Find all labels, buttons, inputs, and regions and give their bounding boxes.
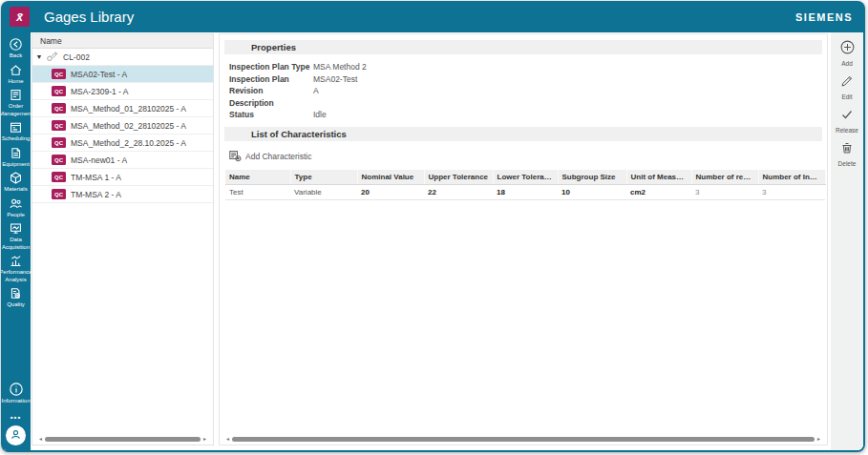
delete-button[interactable]: Delete bbox=[838, 140, 857, 167]
expand-arrow-icon[interactable]: ▼ bbox=[32, 53, 46, 60]
sidebar-overflow-button[interactable]: ••• bbox=[11, 413, 21, 422]
column-header-number-of-inspectors[interactable]: Number of Inspectors bbox=[758, 170, 825, 185]
cell-type: Variable bbox=[290, 184, 357, 199]
property-row: Status Idle bbox=[229, 109, 827, 121]
tree-item[interactable]: QC MSA-new01 - A bbox=[32, 152, 213, 169]
add-characteristic-label: Add Characteristic bbox=[245, 152, 311, 161]
siemens-logo: SIEMENS bbox=[795, 11, 853, 23]
sidebar-item-data-acquisition[interactable]: Data Acquisition bbox=[1, 221, 31, 251]
sidebar-item-label: Materials bbox=[4, 186, 27, 194]
properties-list: Inspection Plan Type MSA Method 2 Inspec… bbox=[229, 61, 827, 121]
cell-unit-of-measure: cm2 bbox=[626, 184, 691, 199]
tree-item-label: MSA02-Test - A bbox=[71, 70, 127, 79]
add-button-label: Add bbox=[841, 60, 853, 67]
details-horizontal-scrollbar[interactable]: ◄ ► bbox=[225, 436, 821, 442]
property-label: Inspection Plan bbox=[229, 74, 313, 84]
title-bar: x̄ Gages Library SIEMENS bbox=[1, 1, 865, 32]
column-header-number-of-repetitions[interactable]: Number of repetiti... bbox=[691, 170, 758, 185]
app-window: x̄ Gages Library SIEMENS Back Home Order… bbox=[1, 1, 865, 452]
xbar-app-icon: x̄ bbox=[10, 7, 30, 27]
tree-item[interactable]: QC MSA-2309-1 - A bbox=[32, 83, 213, 100]
sidebar-item-performance-analysis[interactable]: Performance Analysis bbox=[1, 254, 31, 283]
column-header-subgroup-size[interactable]: Subgroup Size bbox=[558, 170, 626, 185]
cell-upper-tolerance: 22 bbox=[424, 184, 493, 199]
tree-item-label: MSA_Method_2_28.10.2025 - A bbox=[71, 138, 186, 148]
property-row: Description bbox=[229, 97, 827, 110]
edit-button[interactable]: Edit bbox=[839, 73, 855, 100]
column-header-name[interactable]: Name bbox=[225, 170, 290, 185]
properties-section-header: Properties bbox=[224, 40, 822, 54]
edit-pencil-icon bbox=[839, 73, 855, 93]
sidebar-item-information[interactable]: Information bbox=[1, 382, 31, 405]
release-button-label: Release bbox=[836, 127, 858, 134]
gages-tree-panel: Name ▼ CL-002 QC MSA02-Test - A QC MSA-2… bbox=[32, 33, 214, 445]
tree-root-row[interactable]: ▼ CL-002 bbox=[32, 49, 213, 66]
property-row: Inspection Plan Type MSA Method 2 bbox=[229, 61, 827, 73]
sidebar-item-equipment[interactable]: Equipment bbox=[1, 146, 31, 169]
gauge-icon bbox=[46, 50, 58, 64]
scroll-right-icon[interactable]: ► bbox=[202, 437, 207, 442]
add-characteristic-icon bbox=[228, 149, 245, 164]
tree-root-label: CL-002 bbox=[63, 52, 90, 62]
property-label: Inspection Plan Type bbox=[229, 62, 313, 72]
property-value: MSA02-Test bbox=[313, 74, 357, 84]
column-header-upper-tolerance[interactable]: Upper Tolerance bbox=[424, 170, 493, 185]
characteristics-section-header: List of Characteristics bbox=[224, 127, 822, 141]
order-management-icon bbox=[9, 88, 23, 102]
action-toolbar: Add Edit Release Delete bbox=[831, 32, 863, 450]
column-header-type[interactable]: Type bbox=[290, 170, 357, 185]
information-icon bbox=[9, 382, 24, 397]
tree-item[interactable]: QC MSA_Method_01_28102025 - A bbox=[32, 100, 213, 117]
tree-item[interactable]: QC MSA_Method_02_28102025 - A bbox=[32, 117, 213, 134]
tree-item-label: MSA-new01 - A bbox=[71, 155, 127, 165]
tree-item[interactable]: QC MSA_Method_2_28.10.2025 - A bbox=[32, 134, 213, 152]
column-header-lower-tolerance[interactable]: Lower Tolerance bbox=[493, 170, 558, 185]
sidebar-item-quality[interactable]: Quality bbox=[1, 286, 31, 309]
column-header-unit-of-measure[interactable]: Unit of Measure bbox=[626, 170, 691, 185]
tree-item[interactable]: QC MSA02-Test - A bbox=[32, 66, 213, 83]
sidebar-item-materials[interactable]: Materials bbox=[1, 171, 31, 194]
sidebar-item-people[interactable]: People bbox=[1, 196, 31, 219]
cell-number-of-repetitions: 3 bbox=[691, 184, 758, 199]
scrollbar-thumb[interactable] bbox=[45, 437, 201, 442]
column-header-nominal-value[interactable]: Nominal Value bbox=[357, 170, 424, 185]
release-button[interactable]: Release bbox=[836, 107, 858, 134]
add-characteristic-button[interactable]: Add Characteristic bbox=[228, 149, 827, 164]
cell-number-of-inspectors: 3 bbox=[758, 184, 825, 199]
sidebar-item-back[interactable]: Back bbox=[1, 37, 31, 60]
qc-badge: QC bbox=[52, 103, 66, 114]
property-value: MSA Method 2 bbox=[313, 62, 367, 72]
user-avatar[interactable] bbox=[6, 425, 26, 445]
scrollbar-thumb[interactable] bbox=[232, 437, 815, 442]
sidebar-item-home[interactable]: Home bbox=[1, 63, 31, 86]
scroll-left-icon[interactable]: ◄ bbox=[225, 437, 230, 442]
quality-icon bbox=[9, 286, 23, 300]
property-row: Revision A bbox=[229, 85, 827, 97]
property-label: Revision bbox=[229, 86, 313, 95]
cell-lower-tolerance: 18 bbox=[493, 184, 558, 199]
data-acquisition-icon bbox=[9, 221, 23, 236]
scroll-right-icon[interactable]: ► bbox=[816, 437, 821, 442]
qc-badge: QC bbox=[52, 137, 66, 148]
checkmark-icon bbox=[839, 107, 855, 126]
tree-horizontal-scrollbar[interactable]: ◄ ► bbox=[38, 436, 207, 442]
delete-button-label: Delete bbox=[838, 160, 857, 167]
property-row: Inspection Plan MSA02-Test bbox=[229, 73, 827, 86]
sidebar-item-order-management[interactable]: Order Management bbox=[1, 88, 31, 117]
people-icon bbox=[9, 196, 23, 211]
table-row[interactable]: Test Variable 20 22 18 10 cm2 3 3 bbox=[225, 184, 825, 199]
property-label: Status bbox=[229, 110, 313, 119]
page-title: Gages Library bbox=[44, 9, 134, 25]
tree-item[interactable]: QC TM-MSA 1 - A bbox=[32, 169, 213, 186]
sidebar-item-label: Scheduling bbox=[2, 135, 31, 143]
qc-badge: QC bbox=[52, 86, 66, 96]
tree-item[interactable]: QC TM-MSA 2 - A bbox=[32, 186, 213, 203]
sidebar-item-label: Equipment bbox=[2, 161, 30, 169]
scroll-left-icon[interactable]: ◄ bbox=[38, 437, 43, 442]
cell-subgroup-size: 10 bbox=[558, 184, 626, 199]
property-value: Idle bbox=[313, 110, 327, 119]
sidebar-item-scheduling[interactable]: Scheduling bbox=[1, 120, 31, 143]
property-label: Description bbox=[229, 98, 313, 108]
user-icon bbox=[10, 427, 22, 445]
add-button[interactable]: Add bbox=[839, 39, 856, 67]
